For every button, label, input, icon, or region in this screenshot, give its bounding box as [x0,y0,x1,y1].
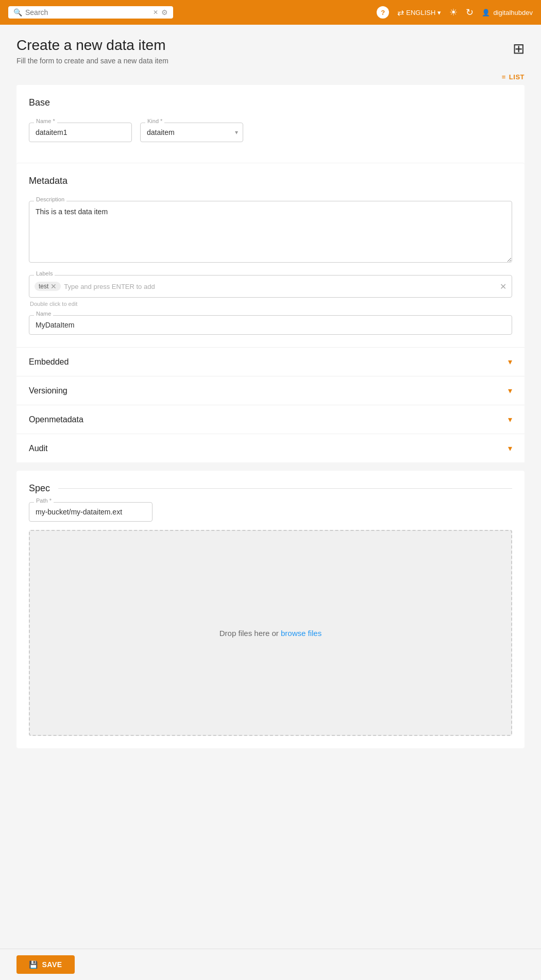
kind-field-label: Kind * [145,118,164,124]
spec-section: Spec Path * Drop files here or browse fi… [16,471,525,748]
browse-files-link[interactable]: browse files [281,629,322,638]
translate-icon: ⇄ [397,8,404,18]
versioning-chevron-icon: ▾ [508,386,512,396]
metadata-name-input[interactable] [29,315,512,335]
collapsible-sections: Embedded ▾ Versioning ▾ Openmetadata ▾ A… [16,347,525,462]
embedded-section: Embedded ▾ [16,347,525,376]
labels-clear-icon[interactable]: ✕ [500,282,506,291]
versioning-section: Versioning ▾ [16,376,525,405]
embedded-header[interactable]: Embedded ▾ [16,348,525,376]
audit-header[interactable]: Audit ▾ [16,434,525,462]
base-section-title: Base [29,97,512,112]
description-wrap: Description This is a test data item [29,201,512,265]
spec-title-row: Spec [29,483,512,494]
label-tag-close-icon[interactable]: ✕ [50,283,57,290]
versioning-header[interactable]: Versioning ▾ [16,376,525,405]
drop-zone[interactable]: Drop files here or browse files [29,530,512,736]
list-button[interactable]: ≡ LIST [502,73,525,81]
clear-icon[interactable]: ✕ [153,9,158,16]
help-icon[interactable]: ? [377,6,389,19]
base-form-row: Name * Kind * dataitem artifact model da… [29,123,512,142]
name-input[interactable] [29,123,132,142]
search-input[interactable] [25,8,150,16]
list-icon: ≡ [502,73,506,81]
labels-input-box[interactable]: test ✕ Type and press ENTER to add ✕ [29,275,512,298]
user-icon: 👤 [482,9,490,16]
embedded-chevron-icon: ▾ [508,357,512,367]
description-textarea[interactable]: This is a test data item [29,201,512,263]
main-content: Base Name * Kind * dataitem artifact mod… [0,85,541,789]
openmetadata-header[interactable]: Openmetadata ▾ [16,405,525,434]
spec-title: Spec [29,483,50,494]
save-icon: 💾 [29,960,38,969]
theme-icon[interactable]: ☀ [449,7,458,18]
page-header: Create a new data item Fill the form to … [0,25,541,73]
kind-field-wrap: Kind * dataitem artifact model dataset ▾ [140,123,243,142]
lang-chevron-icon: ▾ [437,9,441,16]
openmetadata-section: Openmetadata ▾ [16,405,525,434]
navbar: 🔍 ✕ ⚙ ? ⇄ ENGLISH ▾ ☀ ↻ 👤 digitalhubdev [0,0,541,25]
labels-wrap: Labels test ✕ Type and press ENTER to ad… [29,275,512,298]
refresh-icon[interactable]: ↻ [466,7,474,18]
openmetadata-chevron-icon: ▾ [508,415,512,424]
user-label: digitalhubdev [493,9,533,16]
page-subtitle: Fill the form to create and save a new d… [16,57,168,65]
labels-label: Labels [34,270,55,277]
save-label: SAVE [42,960,62,969]
grid-icon: ⊞ [513,40,525,57]
name-field-wrap: Name * [29,123,132,142]
page-title: Create a new data item [16,37,168,54]
versioning-label: Versioning [29,386,67,396]
label-tag-text: test [39,283,48,290]
kind-select[interactable]: dataitem artifact model dataset [140,123,243,142]
audit-label: Audit [29,444,47,453]
labels-placeholder: Type and press ENTER to add [64,283,155,290]
path-input[interactable] [29,502,153,522]
list-label: LIST [509,73,525,81]
drop-zone-text: Drop files here or browse files [219,629,322,638]
audit-section: Audit ▾ [16,434,525,462]
name-field-label: Name * [34,118,57,124]
base-section: Base Name * Kind * dataitem artifact mod… [16,85,525,462]
spec-divider [58,488,512,489]
language-selector[interactable]: ⇄ ENGLISH ▾ [397,8,441,18]
save-button[interactable]: 💾 SAVE [16,955,75,974]
audit-chevron-icon: ▾ [508,443,512,453]
path-wrap: Path * [29,502,153,522]
metadata-section-title: Metadata [29,176,512,191]
metadata-name-wrap: Name [29,315,512,335]
search-icon: 🔍 [13,8,22,16]
double-click-hint: Double click to edit [30,301,512,307]
save-bar: 💾 SAVE [0,949,541,980]
embedded-label: Embedded [29,357,69,367]
filter-icon[interactable]: ⚙ [161,8,168,16]
search-bar[interactable]: 🔍 ✕ ⚙ [8,6,173,19]
metadata-section: Metadata Description This is a test data… [16,163,525,347]
metadata-name-label: Name [34,311,53,317]
label-tag-test[interactable]: test ✕ [35,282,61,291]
nav-right: ? ⇄ ENGLISH ▾ ☀ ↻ 👤 digitalhubdev [377,6,533,19]
description-label: Description [34,196,66,202]
user-menu[interactable]: 👤 digitalhubdev [482,9,533,16]
list-btn-row: ≡ LIST [0,73,541,85]
lang-label: ENGLISH [406,9,435,16]
path-label: Path * [34,497,54,504]
openmetadata-label: Openmetadata [29,415,83,424]
